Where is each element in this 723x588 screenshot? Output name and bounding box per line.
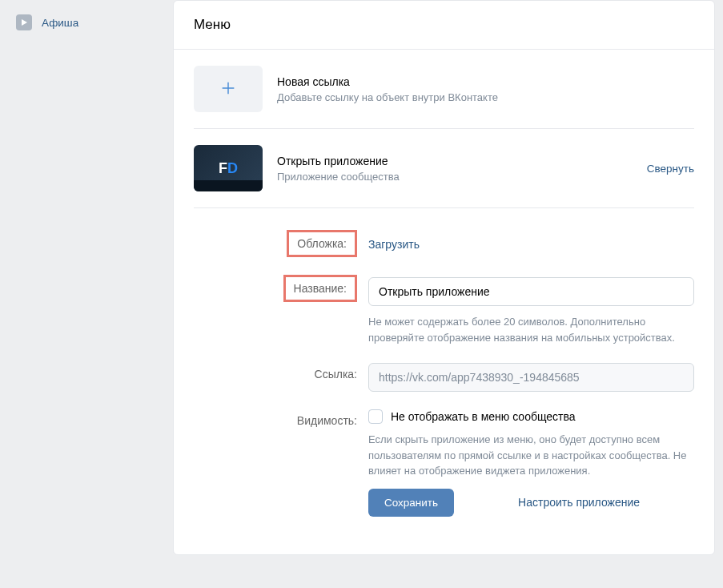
link-input [368, 363, 694, 392]
visibility-row: Видимость: Не отображать в меню сообщест… [194, 409, 694, 517]
svg-marker-0 [22, 19, 27, 26]
upload-link[interactable]: Загрузить [368, 238, 420, 251]
cover-label: Обложка: [287, 230, 357, 257]
card-header: Меню [174, 1, 714, 50]
new-link-title: Новая ссылка [277, 75, 694, 88]
visibility-checkbox-row[interactable]: Не отображать в меню сообщества [368, 409, 694, 424]
configure-link[interactable]: Настроить приложение [518, 496, 640, 509]
name-input[interactable] [368, 277, 694, 306]
new-link-subtitle: Добавьте ссылку на объект внутри ВКонтак… [277, 91, 694, 103]
visibility-label: Видимость: [297, 414, 357, 427]
app-text: Открыть приложение Приложение сообщества [277, 155, 633, 183]
collapse-link[interactable]: Свернуть [647, 163, 694, 175]
app-subtitle: Приложение сообщества [277, 171, 633, 183]
visibility-hint: Если скрыть приложение из меню, оно буде… [368, 432, 694, 479]
link-row: Ссылка: [194, 363, 694, 392]
sidebar-item-label: Афиша [42, 17, 78, 29]
add-thumbnail [194, 66, 263, 112]
visibility-checkbox-label: Не отображать в меню сообщества [391, 410, 576, 423]
name-label: Название: [283, 275, 357, 302]
visibility-checkbox[interactable] [368, 409, 383, 424]
app-item: FD Открыть приложение Приложение сообщес… [194, 129, 694, 207]
card-body: Новая ссылка Добавьте ссылку на объект в… [174, 50, 714, 554]
page-title: Меню [194, 17, 694, 33]
play-icon [16, 14, 32, 30]
sidebar-item-afisha[interactable]: Афиша [0, 10, 160, 35]
main-content: Меню Новая ссылка Добавьте с [160, 0, 723, 588]
app-thumbnail[interactable]: FD [194, 145, 263, 191]
app-form: Обложка: Загрузить Название: Не может со… [194, 207, 694, 517]
app-logo-icon: FD [219, 160, 238, 177]
app-title: Открыть приложение [277, 155, 633, 167]
link-label: Ссылка: [315, 368, 357, 381]
name-row: Название: Не может содержать более 20 си… [194, 277, 694, 345]
plus-icon [219, 79, 237, 99]
sidebar: Афиша [0, 0, 160, 588]
menu-card: Меню Новая ссылка Добавьте с [173, 0, 715, 555]
name-hint: Не может содержать более 20 символов. До… [368, 314, 694, 345]
new-link-text: Новая ссылка Добавьте ссылку на объект в… [277, 75, 694, 103]
cover-row: Обложка: Загрузить [194, 232, 694, 260]
save-button[interactable]: Сохранить [368, 489, 454, 517]
form-actions: Сохранить Настроить приложение [368, 489, 694, 517]
new-link-item[interactable]: Новая ссылка Добавьте ссылку на объект в… [194, 50, 694, 129]
